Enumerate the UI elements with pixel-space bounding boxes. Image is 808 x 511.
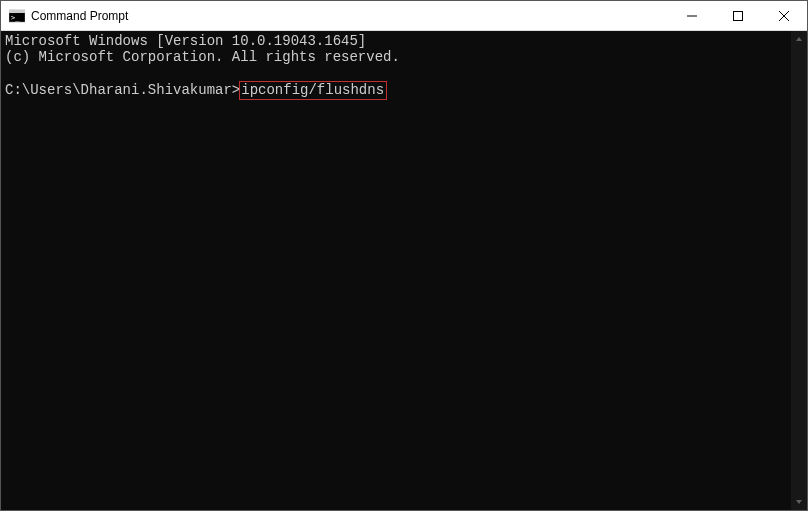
- window-controls: [669, 1, 807, 30]
- version-line: Microsoft Windows [Version 10.0.19043.16…: [5, 33, 366, 49]
- console-area: Microsoft Windows [Version 10.0.19043.16…: [1, 31, 807, 510]
- command-highlight: ipconfig/flushdns: [239, 81, 387, 100]
- maximize-button[interactable]: [715, 1, 761, 30]
- vertical-scrollbar[interactable]: [791, 31, 807, 510]
- scroll-down-arrow[interactable]: [791, 494, 807, 510]
- svg-marker-8: [796, 500, 802, 504]
- command-text: ipconfig/flushdns: [241, 82, 384, 98]
- copyright-line: (c) Microsoft Corporation. All rights re…: [5, 49, 400, 65]
- svg-text:>_: >_: [11, 14, 20, 22]
- svg-marker-7: [796, 37, 802, 41]
- close-button[interactable]: [761, 1, 807, 30]
- scroll-up-arrow[interactable]: [791, 31, 807, 47]
- svg-rect-4: [734, 11, 743, 20]
- minimize-button[interactable]: [669, 1, 715, 30]
- command-prompt-window: >_ Command Prompt Microsoft Windows [Ver…: [0, 0, 808, 511]
- window-title: Command Prompt: [31, 9, 669, 23]
- prompt-text: C:\Users\Dharani.Shivakumar>: [5, 82, 240, 98]
- titlebar[interactable]: >_ Command Prompt: [1, 1, 807, 31]
- console-output[interactable]: Microsoft Windows [Version 10.0.19043.16…: [1, 31, 791, 510]
- svg-rect-1: [9, 10, 25, 13]
- app-icon: >_: [9, 8, 25, 24]
